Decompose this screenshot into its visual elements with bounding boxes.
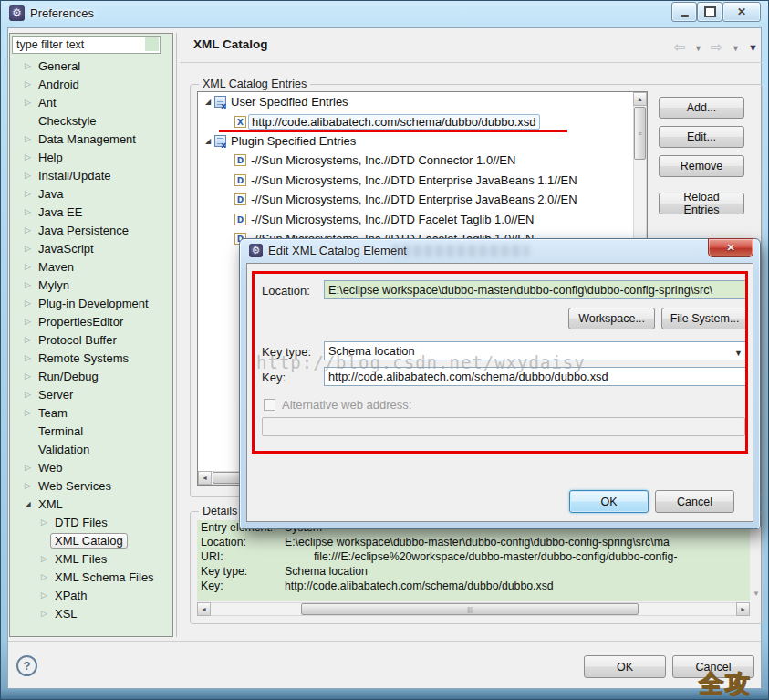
sidebar-item[interactable]: XML xyxy=(10,495,171,513)
sidebar-item[interactable]: PropertiesEditor xyxy=(10,312,171,330)
sidebar-item[interactable]: Android xyxy=(10,75,171,93)
sidebar-item[interactable]: XML Files xyxy=(10,549,171,568)
workspace-button[interactable]: Workspace... xyxy=(568,308,655,329)
filter-input[interactable]: type filter text xyxy=(12,36,161,54)
sidebar-item[interactable]: Java Persistence xyxy=(10,221,171,239)
sidebar-item[interactable]: Ant xyxy=(10,93,171,111)
minimize-button[interactable] xyxy=(671,2,697,22)
tree-expand-icon[interactable] xyxy=(21,61,35,70)
key-type-dropdown[interactable]: Schema location ▼ xyxy=(324,341,747,360)
tree-expand-icon[interactable] xyxy=(21,371,35,381)
sidebar-item[interactable]: Data Management xyxy=(10,130,171,148)
key-input[interactable]: http://code.alibabatech.com/schema/dubbo… xyxy=(324,367,747,386)
scroll-right-icon[interactable]: ► xyxy=(736,602,750,616)
dialog-ok-button[interactable]: OK xyxy=(569,490,649,513)
tree-expand-icon[interactable] xyxy=(37,609,51,618)
maximize-button[interactable] xyxy=(697,2,722,22)
filter-clear-area[interactable] xyxy=(145,37,159,51)
catalog-entry-row[interactable]: http://code.alibabatech.com/schema/dubbo… xyxy=(198,111,633,131)
tree-expand-icon[interactable] xyxy=(21,134,35,143)
sidebar-item[interactable]: Install/Update xyxy=(10,166,171,184)
catalog-entry-row[interactable]: -//Sun Microsystems, Inc.//DTD Enterpris… xyxy=(198,171,633,190)
tree-expand-icon[interactable] xyxy=(202,98,214,106)
tree-vscroll-thumb[interactable]: ≡ xyxy=(634,107,646,160)
sidebar-item[interactable]: Checkstyle xyxy=(10,111,171,130)
tree-expand-icon[interactable] xyxy=(37,590,51,600)
tree-expand-icon[interactable] xyxy=(21,499,35,508)
sidebar-item[interactable]: Protocol Buffer xyxy=(10,330,171,349)
sidebar-sash[interactable] xyxy=(176,33,177,637)
tree-expand-icon[interactable] xyxy=(21,481,35,490)
scroll-up-icon[interactable]: ▲ xyxy=(633,92,647,106)
sidebar-item[interactable]: Web Services xyxy=(10,476,171,495)
cancel-button[interactable]: Cancel xyxy=(672,655,754,678)
sidebar-item[interactable]: Terminal xyxy=(10,422,171,440)
sidebar-item[interactable]: JavaScript xyxy=(10,239,171,257)
tree-expand-icon[interactable] xyxy=(21,189,35,198)
dialog-cancel-button[interactable]: Cancel xyxy=(655,490,734,513)
sidebar-item[interactable]: Web xyxy=(10,458,171,476)
sidebar-item[interactable]: Server xyxy=(10,385,171,403)
entries-action-button[interactable]: Add... xyxy=(659,97,744,119)
tree-expand-icon[interactable] xyxy=(202,137,214,145)
tree-expand-icon[interactable] xyxy=(21,79,35,89)
tree-expand-icon[interactable] xyxy=(21,390,35,399)
location-input[interactable]: E:\eclipse workspace\dubbo-master\dubbo-… xyxy=(324,280,747,299)
tree-expand-icon[interactable] xyxy=(37,572,51,581)
tree-expand-icon[interactable] xyxy=(21,262,35,271)
sidebar-item[interactable]: DTD Files xyxy=(10,513,171,531)
entries-action-button[interactable]: Remove xyxy=(659,155,744,177)
scroll-left-icon[interactable]: ◄ xyxy=(197,602,211,616)
help-button[interactable]: ? xyxy=(16,655,37,676)
tree-expand-icon[interactable] xyxy=(37,517,51,527)
entries-action-button[interactable]: Reload Entries xyxy=(659,193,744,214)
sidebar-item[interactable]: General xyxy=(10,57,171,75)
sidebar-item[interactable]: Maven xyxy=(10,257,171,276)
back-icon[interactable]: ⇦ xyxy=(673,40,685,55)
catalog-entry-row[interactable]: User Specified Entries xyxy=(198,92,633,111)
catalog-entry-row[interactable]: -//Sun Microsystems, Inc.//DTD Connector… xyxy=(198,151,633,170)
filesystem-button[interactable]: File System... xyxy=(661,308,748,329)
ok-button[interactable]: OK xyxy=(584,655,666,678)
tree-expand-icon[interactable] xyxy=(21,408,35,417)
view-menu-icon[interactable]: ▼ xyxy=(748,42,758,53)
tree-expand-icon[interactable] xyxy=(37,554,51,563)
back-menu-icon[interactable]: ▼ xyxy=(694,44,702,53)
catalog-entry-row[interactable]: -//Sun Microsystems, Inc.//DTD Facelet T… xyxy=(198,209,633,228)
entries-action-button[interactable]: Edit... xyxy=(659,126,744,148)
tree-expand-icon[interactable] xyxy=(21,152,35,162)
tree-expand-icon[interactable] xyxy=(21,171,35,180)
sidebar-item[interactable]: Team xyxy=(10,403,171,422)
alt-web-checkbox[interactable] xyxy=(264,399,275,411)
window-titlebar[interactable]: ⚙ Preferences ✕ xyxy=(0,0,769,27)
sidebar-item[interactable]: Java EE xyxy=(10,203,171,221)
tree-expand-icon[interactable] xyxy=(21,298,35,308)
sidebar-item[interactable]: XSL xyxy=(10,604,171,622)
sidebar-item[interactable]: XML Schema Files xyxy=(10,568,171,586)
forward-menu-icon[interactable]: ▼ xyxy=(732,44,740,53)
tree-expand-icon[interactable] xyxy=(21,335,35,344)
sidebar-item[interactable]: Validation xyxy=(10,440,171,458)
sidebar-item[interactable]: XML Catalog xyxy=(10,531,171,549)
sidebar-item[interactable]: Plug-in Development xyxy=(10,294,171,312)
tree-expand-icon[interactable] xyxy=(21,207,35,216)
catalog-entry-row[interactable]: Plugin Specified Entries xyxy=(198,131,633,151)
details-scroll-down-icon[interactable]: ▼ xyxy=(751,590,762,599)
forward-icon[interactable]: ⇨ xyxy=(711,40,722,55)
scroll-left-icon[interactable]: ◄ xyxy=(198,471,212,485)
catalog-entry-row[interactable]: -//Sun Microsystems, Inc.//DTD Enterpris… xyxy=(198,190,633,209)
tree-expand-icon[interactable] xyxy=(21,463,35,472)
tree-expand-icon[interactable] xyxy=(21,353,35,362)
close-button[interactable]: ✕ xyxy=(722,2,761,22)
details-hscroll-thumb[interactable]: ||| xyxy=(301,603,639,615)
sidebar-item[interactable]: XPath xyxy=(10,586,171,604)
sidebar-item[interactable]: Mylyn xyxy=(10,276,171,294)
tree-expand-icon[interactable] xyxy=(21,98,35,107)
sidebar-item[interactable]: Run/Debug xyxy=(10,367,171,385)
tree-expand-icon[interactable] xyxy=(21,244,35,253)
tree-expand-icon[interactable] xyxy=(21,317,35,326)
sidebar-item[interactable]: Remote Systems xyxy=(10,349,171,367)
tree-expand-icon[interactable] xyxy=(21,280,35,289)
sidebar-item[interactable]: Java xyxy=(10,184,171,203)
tree-expand-icon[interactable] xyxy=(21,225,35,235)
